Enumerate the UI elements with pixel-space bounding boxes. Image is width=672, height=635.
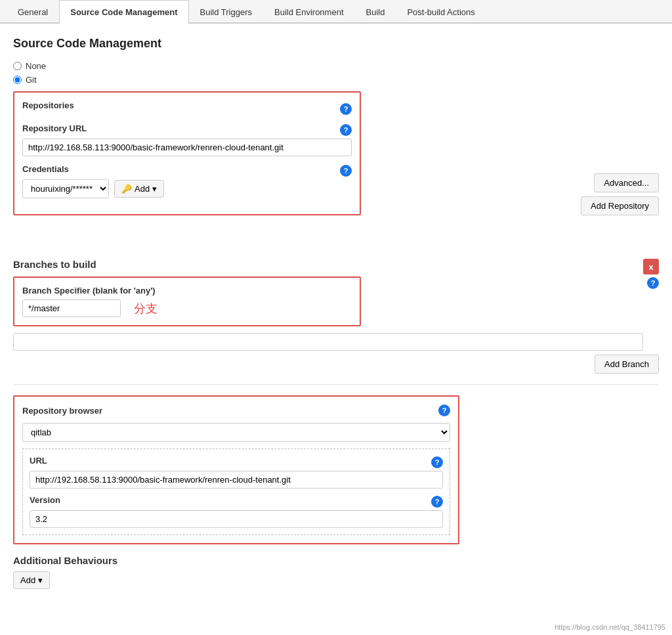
- radio-git[interactable]: [13, 76, 22, 84]
- page-title: Source Code Management: [13, 37, 659, 51]
- tab-general[interactable]: General: [7, 0, 59, 24]
- url-label: URL: [30, 456, 47, 466]
- branch-full-input[interactable]: [13, 333, 643, 351]
- version-help-icon[interactable]: ?: [431, 496, 443, 508]
- git-right-buttons: Advanced... Add Repository: [581, 173, 659, 215]
- tab-post-build-actions[interactable]: Post-build Actions: [396, 0, 486, 24]
- radio-none[interactable]: [13, 62, 22, 70]
- additional-title: Additional Behaviours: [13, 555, 659, 566]
- tabs-bar: General Source Code Management Build Tri…: [0, 0, 672, 24]
- tab-source-code-management[interactable]: Source Code Management: [59, 0, 188, 24]
- repo-browser-title: Repository browser: [22, 406, 102, 416]
- scm-radio-group: None Git: [13, 61, 659, 85]
- branch-specifier-label: Branch Specifier (blank for 'any'): [22, 286, 352, 296]
- browser-version-input[interactable]: [30, 510, 443, 528]
- branches-section: Branches to build x ? Branch Specifier (…: [13, 259, 659, 385]
- add-repository-button[interactable]: Add Repository: [581, 196, 659, 215]
- git-section-box: Repositories ? Repository URL ? Credenti…: [13, 91, 361, 215]
- version-label: Version: [30, 495, 60, 505]
- repo-url-help-icon[interactable]: ?: [340, 124, 352, 136]
- repo-browser-section: Repository browser ? qitlab URL ? Versio…: [13, 395, 659, 544]
- branch-specifier-input[interactable]: [22, 299, 121, 317]
- credentials-help-icon[interactable]: ?: [340, 165, 352, 177]
- repo-browser-help-icon[interactable]: ?: [438, 405, 450, 416]
- repo-browser-header: Repository browser ?: [22, 405, 450, 416]
- add-btn-label: Add: [135, 184, 150, 194]
- tab-build-environment[interactable]: Build Environment: [263, 0, 355, 24]
- tab-build-triggers[interactable]: Build Triggers: [189, 0, 263, 24]
- delete-branch-button[interactable]: x: [643, 259, 659, 274]
- git-config-area: Repositories ? Repository URL ? Credenti…: [13, 91, 659, 215]
- credentials-field: Credentials ? houruixing/****** 🔑 Add ▾: [22, 164, 352, 198]
- branch-annotation: 分支: [134, 301, 158, 317]
- radio-none-label: None: [26, 61, 46, 71]
- credentials-select[interactable]: houruixing/******: [22, 179, 109, 198]
- radio-git-row: Git: [13, 75, 659, 85]
- repo-browser-inner-box: URL ? Version ?: [22, 449, 450, 535]
- tab-build[interactable]: Build: [355, 0, 396, 24]
- additional-add-button[interactable]: Add ▾: [13, 571, 50, 589]
- repo-browser-box: Repository browser ? qitlab URL ? Versio…: [13, 395, 459, 544]
- repo-url-input[interactable]: [22, 139, 352, 156]
- dropdown-arrow-icon: ▾: [152, 184, 157, 194]
- repo-url-label: Repository URL: [22, 123, 87, 133]
- branches-title: Branches to build: [13, 259, 659, 270]
- repo-browser-select[interactable]: qitlab: [22, 423, 450, 442]
- branch-right-controls: x ?: [643, 259, 659, 289]
- repositories-label: Repositories: [22, 100, 74, 110]
- url-help-icon[interactable]: ?: [431, 456, 443, 468]
- branch-input-row: 分支: [22, 299, 352, 317]
- credentials-label: Credentials: [22, 164, 69, 174]
- repo-url-field: Repository URL ?: [22, 123, 352, 156]
- add-branch-button[interactable]: Add Branch: [595, 355, 659, 374]
- browser-url-input[interactable]: [30, 471, 443, 489]
- radio-git-label: Git: [26, 75, 37, 85]
- additional-add-label: Add: [20, 575, 35, 585]
- main-content: Source Code Management None Git Reposito…: [0, 24, 672, 602]
- key-icon: 🔑: [121, 184, 132, 194]
- branch-specifier-box: Branch Specifier (blank for 'any') 分支: [13, 276, 361, 326]
- advanced-button[interactable]: Advanced...: [594, 173, 659, 192]
- repositories-help-icon[interactable]: ?: [340, 103, 352, 115]
- additional-behaviours-section: Additional Behaviours Add ▾: [13, 555, 659, 589]
- additional-dropdown-icon: ▾: [38, 575, 43, 585]
- credentials-row: houruixing/****** 🔑 Add ▾: [22, 179, 352, 198]
- credentials-add-button[interactable]: 🔑 Add ▾: [114, 180, 164, 198]
- radio-none-row: None: [13, 61, 659, 71]
- branch-help-icon[interactable]: ?: [647, 277, 659, 289]
